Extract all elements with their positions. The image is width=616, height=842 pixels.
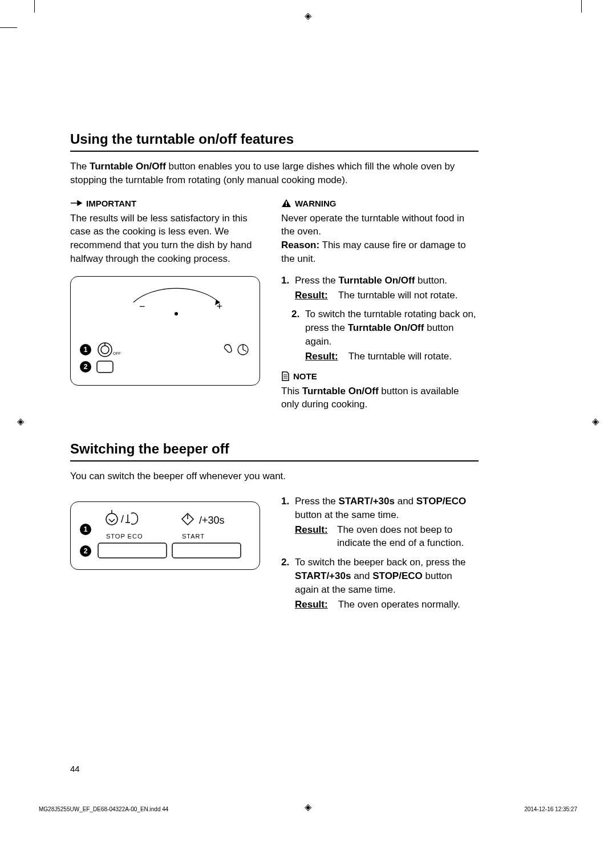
svg-point-14 [106, 513, 117, 525]
warning-heading: WARNING [281, 199, 479, 208]
result-label: Result: [305, 350, 338, 363]
svg-line-8 [243, 350, 246, 351]
warning-triangle-icon [281, 199, 291, 208]
result-text: The turntable will not rotate. [338, 289, 458, 302]
result-label: Result: [295, 289, 328, 302]
step: 2. To switch the beeper back on, press t… [281, 556, 479, 611]
section-heading: Switching the beeper off [70, 441, 479, 462]
warning-body: Never operate the turntable without food… [281, 212, 479, 266]
step: 1. Press the START/+30s and STOP/ECO but… [281, 495, 479, 550]
figure-dial: OFF − + 1 2 [70, 276, 260, 386]
svg-text:/: / [121, 513, 124, 525]
ref-badge: 1 [80, 524, 91, 535]
note-page-icon [281, 371, 290, 381]
crop-mark [0, 27, 17, 28]
section-heading: Using the turntable on/off features [70, 131, 479, 152]
step: 1. Press the Turntable On/Off button. Re… [281, 274, 479, 302]
svg-text:OFF: OFF [113, 351, 121, 355]
note-heading: NOTE [281, 371, 479, 381]
crop-mark [34, 0, 35, 13]
svg-rect-19 [172, 543, 241, 558]
ref-badge: 2 [80, 361, 91, 373]
svg-rect-18 [98, 543, 167, 558]
stop-eco-label: STOP ECO [106, 533, 143, 540]
page-number: 44 [70, 764, 80, 774]
registration-mark-icon: ◈ [305, 10, 311, 21]
pointing-hand-icon [70, 199, 83, 207]
footer-datetime: 2014-12-16 12:35:27 [524, 806, 577, 812]
registration-mark-icon: ◈ [592, 416, 599, 427]
note-body: This Turntable On/Off button is availabl… [281, 384, 479, 412]
section-intro: You can switch the beeper off whenever y… [70, 469, 479, 483]
svg-point-2 [101, 346, 109, 354]
registration-mark-icon: ◈ [17, 416, 24, 427]
svg-rect-9 [286, 201, 287, 204]
minus-label: − [139, 301, 145, 313]
crop-mark [581, 0, 582, 13]
svg-rect-10 [286, 205, 287, 206]
step: 2. To switch the turntable rotating back… [291, 307, 479, 363]
page-content: Using the turntable on/off features The … [70, 131, 479, 617]
result-text: The turntable will rotate. [348, 350, 452, 363]
start-label: START [182, 533, 205, 540]
ref-badge: 2 [80, 545, 91, 557]
result-label: Result: [295, 598, 328, 612]
result-text: The oven operates normally. [338, 598, 460, 612]
result-text: The oven does not beep to indicate the e… [337, 523, 479, 550]
plus30-label: /+30s [199, 515, 225, 527]
result-label: Result: [295, 523, 327, 550]
section-intro: The Turntable On/Off button enables you … [70, 160, 479, 187]
svg-rect-5 [97, 361, 113, 373]
important-heading: IMPORTANT [70, 199, 264, 208]
footer-file: MG28J5255UW_EF_DE68-04322A-00_EN.indd 44 [39, 806, 168, 812]
svg-point-0 [175, 312, 178, 315]
important-body: The results will be less satisfactory in… [70, 212, 264, 266]
figure-buttons: / STOP ECO START /+30s 1 2 [70, 501, 260, 570]
print-footer: MG28J5255UW_EF_DE68-04322A-00_EN.indd 44… [39, 806, 577, 812]
ref-badge: 1 [80, 344, 91, 355]
plus-label: + [216, 301, 222, 313]
